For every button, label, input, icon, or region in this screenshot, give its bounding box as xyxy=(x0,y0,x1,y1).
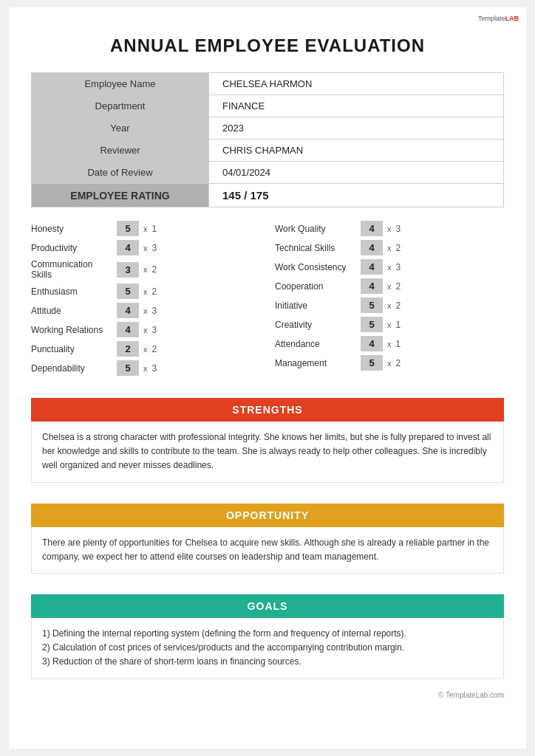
rating-label: Enthusiasm xyxy=(31,286,112,297)
rating-x-symbol: x xyxy=(143,306,148,315)
goals-header: GOALS xyxy=(31,594,504,618)
rating-x-symbol: x xyxy=(387,244,392,252)
rating-score: 5 xyxy=(361,317,383,332)
field-label-2: Year xyxy=(32,117,209,140)
info-table: Employee NameCHELSEA HARMONDepartmentFIN… xyxy=(31,72,504,207)
rating-multiplier: 2 xyxy=(396,281,401,292)
strengths-header: STRENGTHS xyxy=(31,398,504,422)
rating-label: Initiative xyxy=(275,300,356,311)
page-title: ANNUAL EMPLOYEE EVALUATION xyxy=(31,35,504,56)
rating-score: 4 xyxy=(361,259,383,275)
field-value-2: 2023 xyxy=(209,117,504,140)
rating-x-symbol: x xyxy=(143,244,148,252)
rating-label: Honesty xyxy=(31,224,112,234)
opportunity-header: OPPORTUNITY xyxy=(31,504,504,527)
rating-row: Communication Skills3x2 xyxy=(31,259,260,280)
rating-row: Productivity4x3 xyxy=(31,240,260,255)
rating-multiplier: 1 xyxy=(152,224,157,234)
rating-label: Management xyxy=(275,358,356,368)
rating-label: Work Consistency xyxy=(275,262,356,272)
field-label-3: Reviewer xyxy=(32,140,209,162)
rating-label: Creativity xyxy=(275,320,356,330)
rating-label: Working Relations xyxy=(31,325,112,335)
goals-section: GOALS 1) Defining the internal reporting… xyxy=(31,594,504,679)
rating-multiplier: 2 xyxy=(396,243,401,253)
field-label-0: Employee Name xyxy=(32,73,209,95)
rating-row: Initiative5x2 xyxy=(275,298,504,313)
rating-row: Working Relations4x3 xyxy=(31,322,260,337)
rating-x-symbol: x xyxy=(387,282,392,291)
rating-x-symbol: x xyxy=(143,265,148,274)
rating-multiplier: 3 xyxy=(396,262,401,272)
rating-multiplier: 1 xyxy=(396,339,401,349)
field-value-0: CHELSEA HARMON xyxy=(209,73,504,95)
rating-multiplier: 3 xyxy=(152,243,157,253)
rating-score: 5 xyxy=(361,298,383,313)
rating-x-symbol: x xyxy=(143,364,148,373)
rating-multiplier: 2 xyxy=(396,300,401,311)
goals-content: 1) Defining the internal reporting syste… xyxy=(31,618,504,679)
rating-x-symbol: x xyxy=(143,224,148,233)
rating-score: 5 xyxy=(117,221,139,236)
rating-row: Dependability5x3 xyxy=(31,360,260,376)
rating-x-symbol: x xyxy=(387,263,392,272)
rating-multiplier: 3 xyxy=(152,325,157,335)
field-value-4: 04/01/2024 xyxy=(209,162,504,184)
rating-x-symbol: x xyxy=(387,340,392,348)
field-value-3: CHRIS CHAPMAN xyxy=(209,140,504,162)
rating-x-symbol: x xyxy=(143,345,148,354)
rating-multiplier: 2 xyxy=(152,264,157,275)
ratings-left-col: Honesty5x1Productivity4x3Communication S… xyxy=(31,221,260,376)
field-value-5: 145 / 175 xyxy=(209,184,504,207)
rating-row: Attendance4x1 xyxy=(275,336,504,351)
rating-score: 2 xyxy=(117,341,139,357)
rating-multiplier: 1 xyxy=(396,320,401,330)
field-label-4: Date of Review xyxy=(32,162,209,184)
rating-score: 4 xyxy=(361,221,383,236)
goals-line-1: 1) Defining the internal reporting syste… xyxy=(42,627,493,641)
rating-row: Honesty5x1 xyxy=(31,221,260,236)
field-value-1: FINANCE xyxy=(209,95,504,117)
page: TemplateLAB ANNUAL EMPLOYEE EVALUATION E… xyxy=(9,7,526,749)
rating-x-symbol: x xyxy=(387,301,392,310)
rating-label: Attitude xyxy=(31,306,112,316)
goals-line-3: 3) Reduction of the share of short-term … xyxy=(42,655,493,669)
goals-line-2: 2) Calculation of cost prices of service… xyxy=(42,641,493,655)
rating-label: Punctuality xyxy=(31,344,112,354)
field-label-5: EMPLOYEE RATING xyxy=(32,184,209,207)
rating-multiplier: 3 xyxy=(152,363,157,374)
rating-score: 5 xyxy=(361,355,383,371)
rating-label: Technical Skills xyxy=(275,243,356,253)
rating-x-symbol: x xyxy=(387,320,392,329)
rating-row: Attitude4x3 xyxy=(31,303,260,318)
rating-score: 4 xyxy=(361,278,383,294)
rating-x-symbol: x xyxy=(143,287,148,296)
rating-score: 4 xyxy=(117,303,139,318)
rating-multiplier: 3 xyxy=(152,306,157,316)
footer: © TemplateLab.com xyxy=(31,691,504,699)
rating-multiplier: 3 xyxy=(396,224,401,234)
rating-score: 5 xyxy=(117,284,139,299)
ratings-right-col: Work Quality4x3Technical Skills4x2Work C… xyxy=(275,221,504,376)
logo: TemplateLAB xyxy=(478,15,519,24)
rating-multiplier: 2 xyxy=(152,344,157,354)
opportunity-content: There are plenty of opportunities for Ch… xyxy=(31,527,504,574)
rating-score: 4 xyxy=(117,322,139,337)
rating-score: 4 xyxy=(361,240,383,255)
rating-label: Communication Skills xyxy=(31,259,112,280)
rating-x-symbol: x xyxy=(387,224,392,233)
rating-multiplier: 2 xyxy=(152,286,157,297)
rating-multiplier: 2 xyxy=(396,358,401,368)
rating-row: Punctuality2x2 xyxy=(31,341,260,357)
rating-label: Productivity xyxy=(31,243,112,253)
rating-label: Attendance xyxy=(275,339,356,349)
field-label-1: Department xyxy=(32,95,209,117)
rating-label: Work Quality xyxy=(275,224,356,234)
rating-row: Technical Skills4x2 xyxy=(275,240,504,255)
ratings-section: Honesty5x1Productivity4x3Communication S… xyxy=(31,221,504,376)
rating-x-symbol: x xyxy=(143,326,148,334)
rating-row: Work Quality4x3 xyxy=(275,221,504,236)
strengths-content: Chelsea is a strong character with profe… xyxy=(31,422,504,483)
rating-score: 5 xyxy=(117,360,139,376)
rating-row: Enthusiasm5x2 xyxy=(31,284,260,299)
